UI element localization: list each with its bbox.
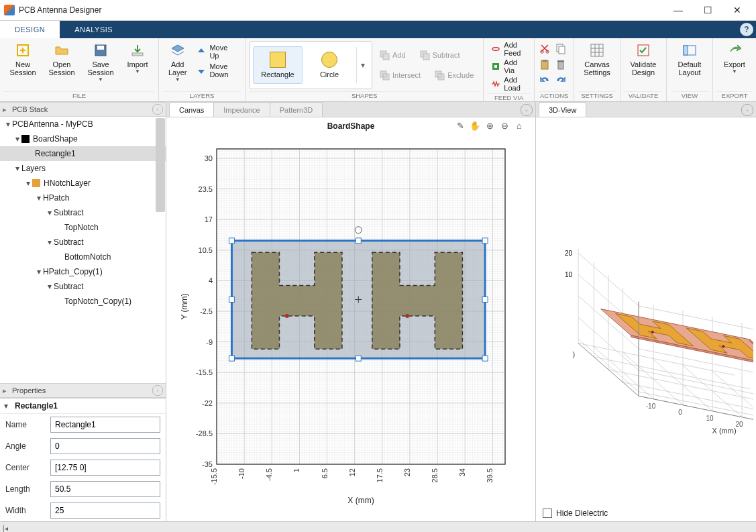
tab-design[interactable]: DESIGN (0, 21, 60, 38)
add-via-button[interactable]: Add Via (488, 58, 530, 74)
pan-icon[interactable]: ✋ (470, 120, 480, 131)
shapes-gallery-more[interactable]: ▾ (356, 47, 369, 83)
right-doc-tabs: 3D-View ◦ (536, 102, 756, 117)
home-icon[interactable]: ⌂ (514, 120, 525, 131)
toolstrip-group-shapes: Rectangle Circle ▾ Add Subtract (246, 38, 484, 101)
center-doc-tabs: Canvas Impedance Pattern3D ◦ (166, 102, 535, 117)
threeD-plot[interactable]: 20102010-10-20-100102030X (mm)) (539, 137, 753, 486)
prop-name-label: Name (5, 420, 45, 429)
add-load-label: Add Load (504, 76, 527, 92)
shape-intersect-button: Intersect (376, 67, 423, 83)
redo-icon[interactable] (555, 74, 570, 89)
svg-rect-333 (356, 356, 361, 361)
help-button[interactable]: ? (740, 23, 753, 36)
tree-hnotchlayer[interactable]: ▾HNotchLayer (0, 176, 166, 191)
panel-options-icon[interactable]: ◦ (152, 104, 163, 115)
zoom-out-icon[interactable]: ⊖ (499, 120, 510, 131)
import-button[interactable]: Import ▼ (121, 40, 154, 78)
tree-boardshape[interactable]: ▾BoardShape (0, 131, 166, 146)
maximize-button[interactable]: ☐ (693, 0, 722, 20)
scrollbar-thumb[interactable] (156, 118, 165, 212)
tab-pattern3d[interactable]: Pattern3D (270, 102, 323, 117)
tree-layers-label: Layers (21, 164, 46, 173)
new-session-button[interactable]: New Session (4, 40, 42, 79)
prop-width-input[interactable] (50, 502, 160, 519)
tree-layers[interactable]: ▾Layers (0, 161, 166, 176)
hide-dielectric-checkbox[interactable] (543, 509, 552, 518)
shape-rectangle-button[interactable]: Rectangle (253, 46, 303, 84)
toolstrip-group-view: Default Layout VIEW (667, 38, 713, 101)
tree-rectangle1[interactable]: Rectangle1 (0, 146, 166, 161)
export-button[interactable]: Export ▼ (717, 40, 752, 78)
svg-rect-23 (557, 60, 564, 62)
add-tab-icon[interactable]: ◦ (741, 104, 753, 116)
tree-subtract-2[interactable]: ▾Subtract (0, 235, 166, 250)
tab-canvas[interactable]: Canvas (169, 102, 214, 117)
tree-topnotch-copy[interactable]: TopNotch_Copy(1) (0, 294, 166, 309)
svg-text:20: 20 (565, 250, 573, 257)
prop-center-input[interactable] (50, 460, 160, 476)
add-tab-icon[interactable]: ◦ (521, 104, 533, 116)
statusbar-collapse-icon[interactable]: |◂ (3, 525, 8, 532)
copy-icon[interactable] (555, 42, 570, 57)
group-label-validate: VALIDATE (625, 91, 662, 101)
paste-icon[interactable] (539, 58, 553, 73)
add-feed-button[interactable]: Add Feed (488, 41, 530, 57)
right-panel: 3D-View ◦ 20102010-10-20-100102030X (mm)… (536, 102, 756, 521)
tree-topnotch[interactable]: TopNotch (0, 220, 166, 235)
tree-topnotch-label: TopNotch (64, 223, 99, 232)
tab-3d-view[interactable]: 3D-View (539, 102, 586, 117)
threeD-area[interactable]: 20102010-10-20-100102030X (mm)) (536, 117, 756, 505)
tree-hpatch[interactable]: ▾HPatch (0, 191, 166, 205)
brush-icon[interactable]: ✎ (455, 120, 466, 131)
tree-hpatch-copy[interactable]: ▾HPatch_Copy(1) (0, 264, 166, 279)
properties-section[interactable]: ▾Rectangle1 (0, 398, 166, 414)
tree-subtract2-label: Subtract (54, 237, 84, 247)
window-title: PCB Antenna Designer (19, 5, 663, 15)
tree-boardshape-label: BoardShape (33, 134, 78, 144)
undo-icon[interactable] (539, 74, 553, 89)
tab-impedance[interactable]: Impedance (213, 102, 270, 117)
export-icon (726, 42, 743, 58)
delete-icon[interactable] (555, 58, 570, 73)
tab-analysis[interactable]: ANALYSIS (60, 21, 127, 38)
shape-intersect-label: Intersect (392, 71, 421, 79)
plus-icon (15, 42, 31, 58)
canvas-area[interactable]: BoardShape ✎ ✋ ⊕ ⊖ ⌂ -15.5-10-4.516.5121… (166, 117, 535, 521)
collapse-icon[interactable]: ▸ (3, 386, 9, 395)
tree-root[interactable]: ▾PCBAntenna - MyPCB (0, 117, 166, 131)
add-layer-button[interactable]: Add Layer ▼ (163, 40, 192, 86)
tree-subtract-3[interactable]: ▾Subtract (0, 279, 166, 294)
prop-length-input[interactable] (50, 481, 160, 497)
svg-rect-15 (494, 65, 497, 68)
collapse-icon[interactable]: ▸ (3, 105, 9, 114)
pcb-stack-tree[interactable]: ▾PCBAntenna - MyPCB ▾BoardShape Rectangl… (0, 117, 166, 383)
validate-design-button[interactable]: Validate Design (625, 40, 662, 79)
move-up-button[interactable]: Move Up (193, 44, 241, 60)
group-label-feedvia: FEED VIA (488, 93, 530, 101)
toolstrip-group-export: Export ▼ EXPORT (713, 38, 756, 101)
prop-angle-input[interactable] (50, 438, 160, 454)
svg-rect-22 (558, 62, 563, 69)
toolstrip-group-actions: ACTIONS (535, 38, 574, 101)
save-session-button[interactable]: Save Session ▼ (82, 40, 119, 86)
default-layout-button[interactable]: Default Layout (671, 40, 708, 79)
shape-circle-button[interactable]: Circle (305, 47, 354, 83)
properties-header: ▸ Properties ◦ (0, 383, 166, 398)
prop-name-input[interactable] (50, 417, 160, 433)
add-load-button[interactable]: Add Load (488, 76, 530, 92)
svg-text:28.5: 28.5 (431, 468, 439, 482)
prop-name-row: Name (0, 414, 166, 435)
close-button[interactable]: ✕ (722, 0, 752, 20)
move-down-button[interactable]: Move Down (193, 62, 241, 78)
panel-options-icon[interactable]: ◦ (152, 385, 163, 396)
canvas-settings-button[interactable]: Canvas Settings (578, 40, 616, 79)
cut-icon[interactable] (539, 42, 553, 57)
tree-subtract-1[interactable]: ▾Subtract (0, 205, 166, 220)
tree-bottomnotch[interactable]: BottomNotch (0, 250, 166, 264)
zoom-in-icon[interactable]: ⊕ (484, 120, 495, 131)
toolstrip: New Session Open Session Save Session ▼ … (0, 38, 756, 102)
minimize-button[interactable]: — (663, 0, 693, 20)
open-session-button[interactable]: Open Session (43, 40, 80, 79)
canvas-plot[interactable]: -15.5-10-4.516.51217.52328.53439.5-35-28… (176, 131, 525, 507)
